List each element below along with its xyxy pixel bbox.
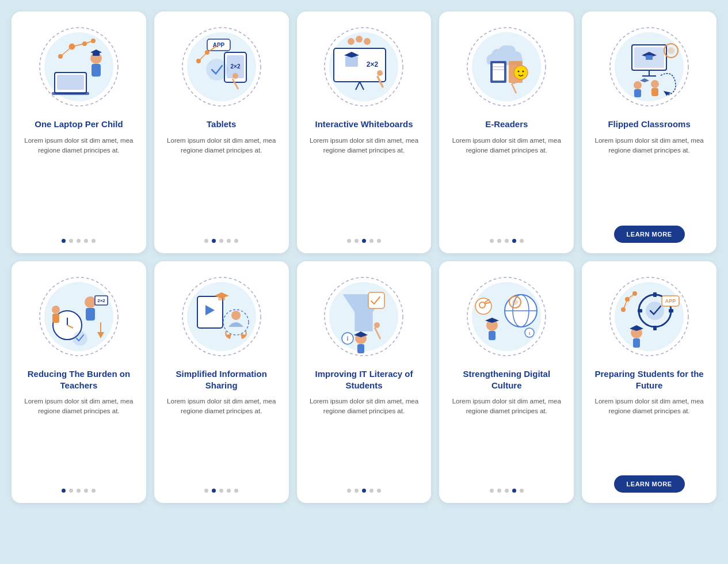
- dot-4[interactable]: [512, 239, 516, 243]
- dot-5[interactable]: [377, 239, 381, 243]
- svg-point-74: [85, 296, 96, 308]
- svg-rect-75: [86, 308, 95, 321]
- svg-point-39: [364, 38, 371, 45]
- card-flipped: Flipped Classrooms Lorem ipsum dolor sit…: [582, 12, 716, 253]
- dot-3[interactable]: [77, 489, 81, 493]
- dot-1[interactable]: [204, 489, 208, 493]
- card-body: Lorem ipsum dolor sit dim amet, mea regi…: [162, 397, 281, 481]
- pagination-dots: [204, 239, 238, 243]
- card-body: Lorem ipsum dolor sit dim amet, mea regi…: [305, 136, 424, 231]
- dot-4[interactable]: [369, 239, 373, 243]
- svg-rect-3: [57, 75, 84, 90]
- dot-4[interactable]: [512, 489, 516, 493]
- card-body: Lorem ipsum dolor sit dim amet, mea regi…: [447, 136, 566, 231]
- dot-2[interactable]: [212, 239, 216, 243]
- dot-5[interactable]: [234, 239, 238, 243]
- svg-point-65: [651, 80, 659, 88]
- dot-2[interactable]: [497, 489, 501, 493]
- dot-3[interactable]: [219, 489, 223, 493]
- svg-rect-125: [669, 309, 673, 313]
- dot-1[interactable]: [62, 239, 66, 243]
- dot-1[interactable]: [204, 239, 208, 243]
- dot-2[interactable]: [497, 239, 501, 243]
- svg-point-24: [232, 73, 238, 79]
- svg-text:APP: APP: [665, 298, 676, 304]
- dot-5[interactable]: [92, 489, 96, 493]
- card-body: Lorem ipsum dolor sit dim amet, mea regi…: [447, 397, 566, 481]
- dot-5[interactable]: [92, 239, 96, 243]
- illustration-tablets: APP 2×2: [176, 21, 268, 113]
- illustration-digital: i: [460, 270, 552, 363]
- card-one-laptop: One Laptop Per Child Lorem ipsum dolor s…: [12, 12, 146, 253]
- dot-3[interactable]: [77, 239, 81, 243]
- svg-point-38: [356, 36, 363, 43]
- card-digital: i Strengthening Digital Culture Lorem ip…: [439, 261, 574, 503]
- dot-2[interactable]: [355, 489, 359, 493]
- svg-point-37: [348, 38, 355, 45]
- dot-1[interactable]: [490, 239, 494, 243]
- svg-rect-130: [633, 338, 640, 348]
- dot-3[interactable]: [505, 239, 509, 243]
- card-title: One Laptop Per Child: [35, 119, 123, 130]
- svg-text:i: i: [529, 331, 530, 336]
- dot-2[interactable]: [69, 489, 73, 493]
- svg-rect-88: [218, 296, 225, 300]
- dot-2[interactable]: [69, 239, 73, 243]
- card-body: Lorem ipsum dolor sit dim amet, mea regi…: [590, 397, 708, 467]
- dot-4[interactable]: [369, 489, 373, 493]
- card-ereaders: E-Readers Lorem ipsum dolor sit dim amet…: [439, 12, 574, 253]
- svg-text:i: i: [347, 336, 349, 342]
- svg-rect-124: [638, 309, 642, 313]
- card-title: Reducing The Burden on Teachers: [20, 368, 138, 391]
- dot-3[interactable]: [219, 239, 223, 243]
- dot-4[interactable]: [227, 489, 231, 493]
- svg-point-36: [377, 70, 383, 76]
- card-tablets: APP 2×2 Tablets Lorem ipsum dolor sit: [154, 12, 289, 253]
- svg-point-63: [634, 81, 642, 89]
- svg-rect-33: [345, 56, 358, 67]
- dot-1[interactable]: [347, 489, 351, 493]
- svg-point-62: [668, 47, 674, 54]
- dot-3[interactable]: [505, 489, 509, 493]
- learn-more-button-2[interactable]: LEARN MORE: [614, 475, 685, 493]
- svg-point-25: [207, 59, 227, 80]
- svg-rect-82: [52, 314, 59, 323]
- dot-4[interactable]: [227, 239, 231, 243]
- card-burden: 2×2 Reducing The Burden on Teachers Lore…: [12, 261, 146, 503]
- pagination-dots: [490, 489, 524, 493]
- card-body: Lorem ipsum dolor sit dim amet, mea regi…: [162, 136, 281, 231]
- dot-1[interactable]: [347, 239, 351, 243]
- card-body: Lorem ipsum dolor sit dim amet, mea regi…: [20, 136, 138, 231]
- dot-5[interactable]: [234, 489, 238, 493]
- dot-5[interactable]: [520, 239, 524, 243]
- svg-point-81: [52, 306, 60, 314]
- dot-4[interactable]: [84, 489, 88, 493]
- illustration-sharing: [176, 270, 268, 363]
- pagination-dots: [204, 489, 238, 493]
- pagination-dots: [62, 239, 96, 243]
- illustration-whiteboards: 2×2: [318, 21, 410, 113]
- dot-5[interactable]: [520, 489, 524, 493]
- learn-more-button-1[interactable]: LEARN MORE: [614, 226, 685, 243]
- dot-5[interactable]: [377, 489, 381, 493]
- dot-1[interactable]: [62, 489, 66, 493]
- dot-1[interactable]: [490, 489, 494, 493]
- dot-2[interactable]: [212, 489, 216, 493]
- svg-rect-45: [493, 63, 504, 81]
- dot-3[interactable]: [362, 489, 366, 493]
- card-title: Strengthening Digital Culture: [447, 368, 566, 391]
- dot-4[interactable]: [84, 239, 88, 243]
- dot-2[interactable]: [355, 239, 359, 243]
- dot-3[interactable]: [362, 239, 366, 243]
- svg-point-108: [512, 299, 518, 305]
- card-title: Preparing Students for the Future: [590, 368, 708, 391]
- svg-rect-111: [489, 331, 496, 340]
- card-whiteboards: 2×2 Interactive Whiteboards Lorem ipsum …: [297, 12, 432, 253]
- svg-rect-99: [357, 344, 364, 353]
- svg-text:2×2: 2×2: [97, 298, 105, 303]
- pagination-dots: [490, 239, 524, 243]
- illustration-flipped: [603, 21, 695, 113]
- card-title: Tablets: [207, 119, 236, 130]
- pagination-dots: [347, 489, 381, 493]
- svg-point-49: [514, 66, 528, 79]
